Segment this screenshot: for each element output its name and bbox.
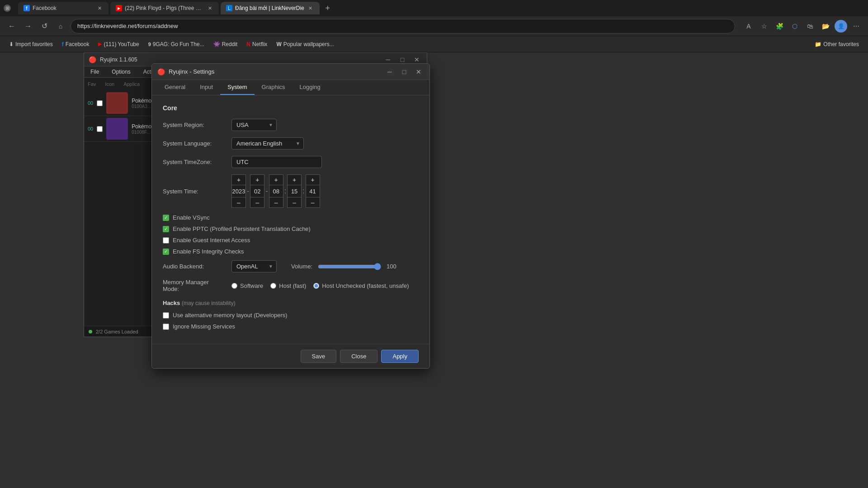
address-bar[interactable]: https://linkneverdie.net/forums/addnew	[71, 19, 735, 33]
dialog-minimize-btn[interactable]: ─	[384, 66, 395, 77]
minute-down-btn[interactable]: –	[306, 197, 320, 208]
bookmark-facebook[interactable]: f Facebook	[58, 39, 93, 49]
bookmark-wallpapers-label: Popular wallpapers...	[283, 41, 334, 47]
system-timezone-row: System TimeZone: UTC	[163, 156, 419, 168]
system-timezone-label: System TimeZone:	[163, 159, 226, 165]
hour-up-btn[interactable]: +	[287, 174, 302, 185]
extension-icon[interactable]: 🧩	[773, 20, 786, 33]
save-button[interactable]: Save	[301, 350, 337, 363]
audio-backend-select-wrapper: OpenAL SDL2 Dummy ▼	[231, 260, 277, 272]
bookmark-wallpapers[interactable]: W Popular wallpapers...	[273, 39, 337, 49]
alt-memory-checkbox-row: Use alternative memory layout (Developer…	[163, 312, 419, 319]
collections-icon[interactable]: 📂	[819, 20, 832, 33]
tab-close-facebook[interactable]: ✕	[96, 5, 103, 12]
volume-display: 100	[387, 263, 396, 270]
game2-fav-checkbox[interactable]	[97, 126, 103, 132]
forward-button[interactable]: →	[22, 20, 34, 33]
bookmark-youtube[interactable]: ▶ (111) YouTube	[94, 39, 142, 49]
emulator-title: Ryujinx 1.1.605	[100, 56, 137, 63]
radio-host-fast[interactable]	[270, 283, 276, 289]
radio-software-option[interactable]: Software	[231, 282, 263, 289]
dialog-maximize-btn[interactable]: □	[399, 66, 410, 77]
day-up-btn[interactable]: +	[269, 174, 283, 185]
radio-software[interactable]	[231, 283, 237, 289]
refresh-button[interactable]: ↺	[38, 20, 51, 33]
shopping-icon[interactable]: 🛍	[804, 20, 816, 33]
bookmarks-bar: ⬇ Import favorites f Facebook ▶ (111) Yo…	[0, 36, 868, 52]
netflix-icon: N	[246, 41, 250, 47]
facebook-favicon: f	[24, 5, 30, 11]
new-tab-button[interactable]: +	[321, 2, 334, 14]
system-region-select[interactable]: USA Europe Japan	[231, 119, 277, 131]
bookmark-9gag[interactable]: 9 9GAG: Go Fun The...	[145, 39, 208, 49]
browser-icons: A ☆ 🧩 ⬡ 🛍 📂 👤 ⋯	[742, 20, 863, 33]
dialog-close-x-btn[interactable]: ✕	[413, 66, 424, 77]
tab-input[interactable]: Input	[193, 80, 220, 95]
alt-memory-checkbox[interactable]	[163, 312, 169, 319]
hacks-subtitle: (may cause instability)	[182, 300, 236, 306]
other-favorites-label: Other favorites	[823, 41, 859, 47]
bookmark-netflix[interactable]: N Netflix	[243, 39, 271, 49]
hour-value: 15	[287, 185, 302, 197]
ignore-missing-services-checkbox[interactable]	[163, 324, 169, 330]
tab-title-linkneverdie: Đăng bài mới | LinkNeverDie	[235, 5, 304, 11]
tab-graphics[interactable]: Graphics	[255, 80, 292, 95]
status-indicator	[89, 330, 92, 333]
core-section-heading: Core	[163, 104, 419, 112]
settings-dots-icon[interactable]: ⋯	[850, 20, 863, 33]
tab-bar: ⊞ f Facebook ✕ ▶ (22) Pink Floyd - Pigs …	[0, 0, 868, 16]
audio-backend-select[interactable]: OpenAL SDL2 Dummy	[231, 260, 277, 272]
minute-up-btn[interactable]: +	[306, 174, 320, 185]
emulator-icon: 🔴	[89, 56, 96, 63]
back-button[interactable]: ←	[5, 20, 18, 33]
favorites-icon[interactable]: ☆	[758, 20, 770, 33]
hour-down-btn[interactable]: –	[287, 197, 302, 208]
browser-tab-facebook[interactable]: f Facebook ✕	[18, 2, 108, 14]
year-up-btn[interactable]: +	[231, 174, 246, 185]
month-up-btn[interactable]: +	[250, 174, 264, 185]
volume-slider[interactable]	[318, 263, 381, 270]
browser-tab-youtube[interactable]: ▶ (22) Pink Floyd - Pigs (Three diff... …	[110, 2, 219, 14]
bookmark-9gag-label: 9GAG: Go Fun The...	[153, 41, 204, 47]
radio-host-fast-option[interactable]: Host (fast)	[270, 282, 306, 289]
profile-icon[interactable]: 👤	[835, 20, 847, 33]
volume-label: Volume:	[291, 263, 312, 270]
page-view-btn[interactable]: ⊞	[4, 5, 11, 12]
edge-icon[interactable]: ⬡	[788, 20, 801, 33]
game1-fav-checkbox[interactable]	[97, 100, 103, 106]
emulator-menu-file[interactable]: File	[84, 66, 105, 77]
home-button[interactable]: ⌂	[54, 20, 67, 33]
emulator-menu-options[interactable]: Options	[105, 66, 137, 77]
month-spinner: + 02 –	[250, 174, 264, 208]
settings-dialog: 🔴 Ryujinx - Settings ─ □ ✕ General Input…	[151, 63, 430, 369]
close-button[interactable]: Close	[340, 350, 377, 363]
other-favorites-item[interactable]: 📁 Other favorites	[811, 39, 863, 49]
year-down-btn[interactable]: –	[231, 197, 246, 208]
system-language-select[interactable]: American English British English Japanes…	[231, 137, 304, 150]
memory-manager-label: Memory Manager Mode:	[163, 279, 226, 292]
system-region-label: System Region:	[163, 122, 226, 128]
radio-host-unchecked[interactable]	[313, 283, 319, 289]
day-down-btn[interactable]: –	[269, 197, 283, 208]
guest-internet-label: Enable Guest Internet Access	[173, 237, 250, 244]
dialog-title-icon: 🔴	[157, 68, 165, 75]
tab-close-linkneverdie[interactable]: ✕	[307, 5, 314, 12]
pptc-checked-indicator: ✓	[163, 226, 169, 232]
tab-system[interactable]: System	[220, 80, 254, 95]
tab-logging[interactable]: Logging	[292, 80, 328, 95]
system-timezone-input[interactable]: UTC	[231, 156, 322, 168]
apply-button[interactable]: Apply	[381, 350, 419, 363]
browser-tab-linkneverdie[interactable]: L Đăng bài mới | LinkNeverDie ✕	[221, 2, 320, 14]
hacks-section: Hacks (may cause instability)	[163, 300, 419, 306]
guest-internet-checkbox[interactable]	[163, 237, 169, 244]
bookmark-reddit[interactable]: 👾 Reddit	[210, 39, 241, 49]
bookmark-import[interactable]: ⬇ Import favorites	[5, 39, 57, 49]
month-down-btn[interactable]: –	[250, 197, 264, 208]
tab-general[interactable]: General	[157, 80, 193, 95]
system-language-select-wrapper: American English British English Japanes…	[231, 137, 304, 150]
radio-host-unchecked-option[interactable]: Host Unchecked (fastest, unsafe)	[313, 282, 409, 289]
memory-manager-row: Memory Manager Mode: Software Host (fast…	[163, 279, 419, 292]
tab-close-youtube[interactable]: ✕	[206, 5, 213, 12]
sep4: :	[302, 187, 304, 195]
translate-icon[interactable]: A	[742, 20, 755, 33]
